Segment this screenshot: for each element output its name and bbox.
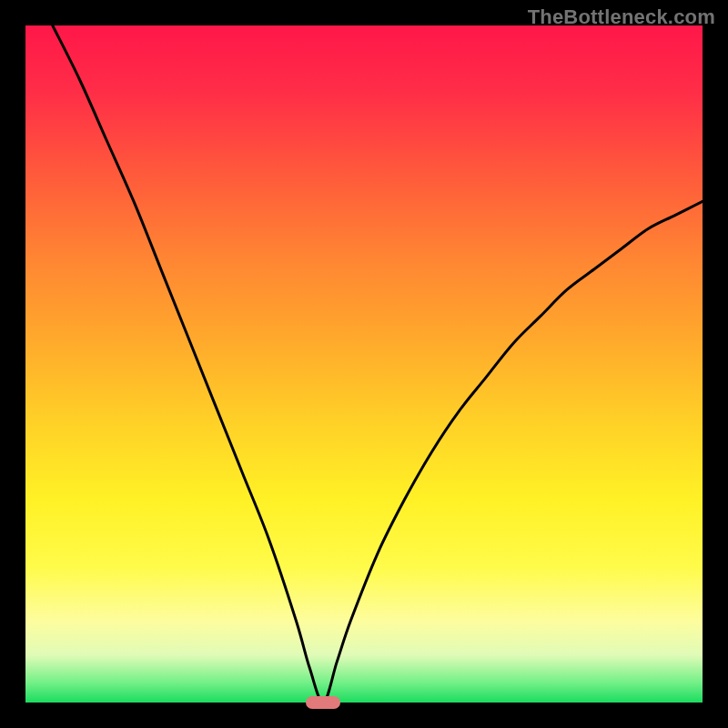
watermark-text: TheBottleneck.com: [528, 5, 715, 29]
chart-frame: TheBottleneck.com: [0, 0, 728, 728]
optimal-marker: [306, 696, 340, 709]
bottleneck-curve: [25, 25, 703, 703]
chart-plot-area: [25, 25, 703, 703]
curve-path: [53, 25, 703, 703]
